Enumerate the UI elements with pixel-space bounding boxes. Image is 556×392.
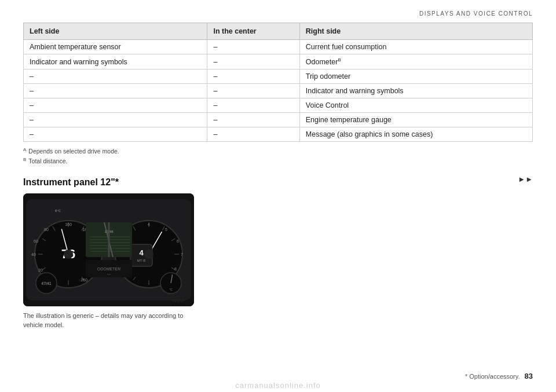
svg-text:6°C: 6°C <box>55 209 61 213</box>
page-header: DISPLAYS AND VOICE CONTROL <box>0 0 556 23</box>
footnote-label: A <box>23 146 26 156</box>
footnotes: ADepends on selected drive mode.BTotal d… <box>23 146 533 167</box>
cell-left: – <box>24 127 207 142</box>
svg-point-27 <box>64 250 73 259</box>
cell-right: Trip odometer <box>299 69 532 84</box>
svg-text:40: 40 <box>31 252 36 257</box>
cell-center: – <box>207 113 299 127</box>
cell-center: – <box>207 40 299 54</box>
cell-right: Voice Control <box>299 98 532 113</box>
cell-right: OdometerB <box>299 54 532 69</box>
svg-text:4: 4 <box>139 248 144 257</box>
cell-left: – <box>24 69 207 84</box>
svg-text:60: 60 <box>34 239 38 243</box>
cell-center: – <box>207 127 299 142</box>
col-center: In the center <box>207 23 299 40</box>
cell-center: – <box>207 69 299 84</box>
svg-text:20: 20 <box>38 268 43 272</box>
footnote-label: B <box>23 156 26 166</box>
footnote-item: BTotal distance. <box>23 156 533 166</box>
main-content: Left side In the center Right side Ambie… <box>0 23 556 330</box>
instrument-panel-title: Instrument panel 12"* <box>23 177 533 188</box>
col-right: Right side <box>299 23 532 40</box>
svg-text:260: 260 <box>81 278 87 282</box>
cell-center: – <box>207 98 299 113</box>
display-table: Left side In the center Right side Ambie… <box>23 23 533 142</box>
svg-text:ODOMETER: ODOMETER <box>97 267 120 271</box>
svg-text:MT·B: MT·B <box>137 259 145 262</box>
cell-right: Indicator and warning symbols <box>299 84 532 98</box>
nav-forward-icon[interactable]: ►► <box>518 175 533 184</box>
table-row: Indicator and warning symbols–OdometerB <box>24 54 533 69</box>
table-row: Ambient temperature sensor–Current fuel … <box>24 40 533 54</box>
instrument-caption: The illustration is generic – details ma… <box>23 311 194 330</box>
cell-left: – <box>24 84 207 98</box>
cell-right: Engine temperature gauge <box>299 113 532 127</box>
footnote-text: Depends on selected drive mode. <box>28 146 119 156</box>
footnote-text: Total distance. <box>28 156 67 166</box>
table-row: ––Voice Control <box>24 98 533 113</box>
cell-left: Indicator and warning symbols <box>24 54 207 69</box>
instrument-panel-section: Instrument panel 12"* <box>23 177 533 330</box>
cell-left: Ambient temperature sensor <box>24 40 207 54</box>
cell-left: – <box>24 113 207 127</box>
svg-text:-.-: -.- <box>107 272 111 276</box>
svg-text:4: 4 <box>148 222 150 226</box>
cell-right: Current fuel consumption <box>299 40 532 54</box>
cell-center: – <box>207 54 299 69</box>
svg-text:160: 160 <box>65 222 72 226</box>
table-row: ––Engine temperature gauge <box>24 113 533 127</box>
svg-text:6: 6 <box>177 239 179 243</box>
instrument-image: 160 180 200 220 240 260 80 60 40 20 76 4… <box>23 193 194 306</box>
header-title: DISPLAYS AND VOICE CONTROL <box>419 10 533 17</box>
col-left: Left side <box>24 23 207 40</box>
cell-center: – <box>207 84 299 98</box>
footnote-item: ADepends on selected drive mode. <box>23 146 533 156</box>
svg-text:8: 8 <box>174 267 177 271</box>
svg-text:47/41: 47/41 <box>41 281 52 285</box>
svg-text:80: 80 <box>44 228 49 232</box>
table-row: ––Trip odometer <box>24 69 533 84</box>
table-row: ––Indicator and warning symbols <box>24 84 533 98</box>
table-row: ––Message (also graphics in some cases) <box>24 127 533 142</box>
cell-left: – <box>24 98 207 113</box>
svg-text:°C: °C <box>169 288 173 291</box>
svg-text:5: 5 <box>165 228 167 232</box>
cell-right: Message (also graphics in some cases) <box>299 127 532 142</box>
svg-text:7: 7 <box>181 252 183 257</box>
watermark: carmanualsonline.info <box>0 379 556 392</box>
svg-point-56 <box>144 250 153 259</box>
svg-text:©VOLVO: ©VOLVO <box>172 299 184 303</box>
